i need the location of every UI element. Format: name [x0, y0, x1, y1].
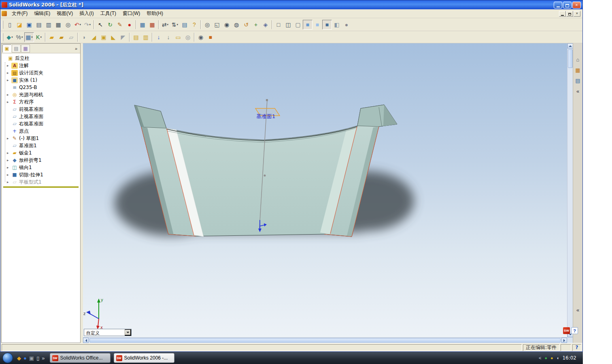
tree-expander[interactable]: ▸ — [7, 136, 11, 140]
solidworks-resources-icon[interactable]: SW — [563, 327, 570, 334]
base-flange-button[interactable]: ▰ — [47, 32, 57, 42]
restore-button[interactable] — [563, 2, 572, 8]
viewport-scene[interactable]: y z x 基准面1 自定义 — [83, 43, 567, 337]
tree-item-14[interactable]: ▸◆放样折弯1 — [2, 157, 80, 164]
print-preview-button[interactable]: ◎ — [63, 20, 73, 30]
unfold-button[interactable]: ▤ — [131, 32, 141, 42]
section-view-button[interactable]: ◧ — [332, 20, 342, 30]
shadows-in-shaded-mode-button[interactable]: ■ — [322, 20, 332, 30]
jog-button[interactable]: ◣ — [108, 32, 118, 42]
sketched-bend-button[interactable]: ◢ — [89, 32, 99, 42]
sheet-metal-toolbar-grip[interactable] — [2, 33, 3, 41]
home-button[interactable]: ⌂ — [574, 55, 582, 63]
make-assembly-button[interactable]: ▥ — [44, 20, 53, 30]
dimension-tools-button[interactable]: ⇄▾ — [160, 20, 170, 30]
taskbar-button-1[interactable]: SWSolidWorks 2006 -... — [114, 353, 174, 363]
tree-expander[interactable]: ▸ — [7, 100, 11, 104]
tree-expander[interactable]: ▸ — [7, 165, 11, 169]
fold-button[interactable]: ▥ — [141, 32, 151, 42]
tree-item-4[interactable]: ≡Q235-B — [2, 84, 80, 91]
select-button[interactable]: ↖ — [96, 20, 105, 30]
flatten-button[interactable]: ▭ — [173, 32, 183, 42]
mdi-close-button[interactable]: × — [574, 11, 580, 17]
status-help-button[interactable]: ? — [572, 344, 581, 351]
annotation-tools-button[interactable]: ⇅▾ — [170, 20, 180, 30]
redo-button[interactable]: ↷▾ — [83, 20, 92, 30]
view-orientation-combo[interactable]: 自定义 — [84, 329, 132, 336]
tree-item-10[interactable]: +原点 — [2, 127, 80, 135]
make-drawing-button[interactable]: ▤ — [34, 20, 44, 30]
tree-item-12[interactable]: ▱基准面1 — [2, 142, 80, 149]
vertical-scrollbar[interactable] — [567, 43, 573, 337]
menu-view[interactable]: 视图(V) — [53, 9, 76, 18]
propertymanager-tab[interactable]: ▤ — [12, 44, 21, 53]
menu-file[interactable]: 文件(F) — [8, 9, 31, 18]
save-button[interactable]: ▣ — [24, 20, 34, 30]
shaded-with-edges-button[interactable]: ■ — [303, 20, 312, 30]
edge-flange-button[interactable]: ▰ — [57, 32, 66, 42]
right-flange-shade[interactable] — [383, 105, 397, 126]
sketch-flyout-button[interactable]: ◆▾ — [5, 32, 15, 42]
plane-label[interactable]: 基准面1 — [256, 113, 275, 120]
collapse-button[interactable]: « — [574, 87, 582, 95]
tree-item-11[interactable]: ▸✎(-) 草图1 — [2, 135, 80, 142]
quick-tips-help-icon[interactable]: ? — [571, 327, 578, 334]
clock[interactable]: 16:02 — [562, 355, 576, 361]
tree-item-6[interactable]: ▸Σ方程序 — [2, 98, 80, 106]
tree-item-13[interactable]: ▸▰钣金1 — [2, 149, 80, 157]
scroll-right-button[interactable] — [561, 338, 567, 343]
dropdown-arrow-icon[interactable]: ▾ — [167, 23, 169, 26]
quick-launch-2-icon[interactable]: ● — [23, 356, 27, 361]
hidden-lines-visible-button[interactable]: ◫ — [283, 20, 293, 30]
view-combo-dropdown-button[interactable] — [125, 329, 131, 336]
tree-item-1[interactable]: ▸A注解 — [2, 62, 80, 69]
tree-item-7[interactable]: ▱前视基准面 — [2, 106, 80, 113]
tree-expander[interactable]: ▸ — [7, 151, 11, 155]
menu-window[interactable]: 窗口(W) — [119, 9, 143, 18]
smart-dimension-flyout-button[interactable]: %▾ — [15, 32, 24, 42]
curve-flyout-button[interactable]: K▾ — [34, 32, 44, 42]
hidden-lines-removed-button[interactable]: ▢ — [293, 20, 303, 30]
zoom-in-out-button[interactable]: ◉ — [222, 20, 232, 30]
menu-insert[interactable]: 插入(I) — [76, 9, 97, 18]
tree-expander[interactable]: ▸ — [7, 158, 11, 162]
collapse-lower-button[interactable]: « — [574, 306, 582, 314]
help-button[interactable]: ? — [189, 20, 199, 30]
featuremanager-tab[interactable]: ▣ — [2, 44, 11, 53]
close-button[interactable]: × — [572, 2, 581, 8]
pan-button[interactable]: + — [251, 20, 261, 30]
menu-edit[interactable]: 编辑(E) — [31, 9, 53, 18]
closed-corner-button[interactable]: ▣ — [99, 32, 108, 42]
quick-launch-4-icon[interactable]: ▯ — [36, 356, 39, 361]
scroll-track[interactable] — [567, 68, 573, 332]
zoom-to-area-button[interactable]: ◱ — [212, 20, 222, 30]
graphics-viewport[interactable]: y z x 基准面1 自定义 — [83, 43, 567, 343]
tree-item-17[interactable]: ▸▱平板型式1 — [2, 178, 80, 186]
weldments-button[interactable]: ▦ — [147, 20, 157, 30]
design-library-button[interactable]: ▦ — [574, 66, 582, 74]
quick-launch-3-icon[interactable]: ▣ — [29, 356, 34, 361]
new-document-button[interactable]: ▯ — [5, 20, 15, 30]
dropdown-arrow-icon[interactable]: ▾ — [40, 36, 42, 39]
zoom-to-fit-button[interactable]: ◎ — [202, 20, 212, 30]
volume-icon[interactable]: ◖ — [557, 356, 559, 360]
dropdown-arrow-icon[interactable]: ▾ — [31, 36, 33, 39]
tree-item-2[interactable]: ▸▤设计活页夹 — [2, 69, 80, 76]
grid-flyout-button[interactable]: ▦▾ — [24, 32, 34, 42]
shaded-button[interactable]: ■ — [312, 20, 322, 30]
scroll-left-button[interactable] — [83, 338, 89, 343]
tray-icon-2[interactable]: ● — [550, 356, 553, 360]
menu-help[interactable]: 帮助(H) — [143, 9, 166, 18]
forming-tool-button[interactable]: ■ — [206, 32, 215, 42]
dropdown-arrow-icon[interactable]: ▾ — [21, 36, 23, 39]
mdi-minimize-button[interactable] — [559, 11, 566, 17]
3d-drawing-view-button[interactable]: ◈ — [261, 20, 270, 30]
quick-launch-overflow-icon[interactable]: » — [42, 356, 45, 361]
tree-expander[interactable]: ▸ — [7, 93, 11, 97]
break-corner-button[interactable]: ◤ — [118, 32, 128, 42]
start-button[interactable] — [2, 353, 13, 363]
no-bends-button[interactable]: ↓ — [164, 32, 173, 42]
tree-expander[interactable]: ▸ — [7, 63, 11, 68]
rebuild-button[interactable]: ↻ — [105, 20, 115, 30]
tree-item-9[interactable]: ▱右视基准面 — [2, 120, 80, 127]
